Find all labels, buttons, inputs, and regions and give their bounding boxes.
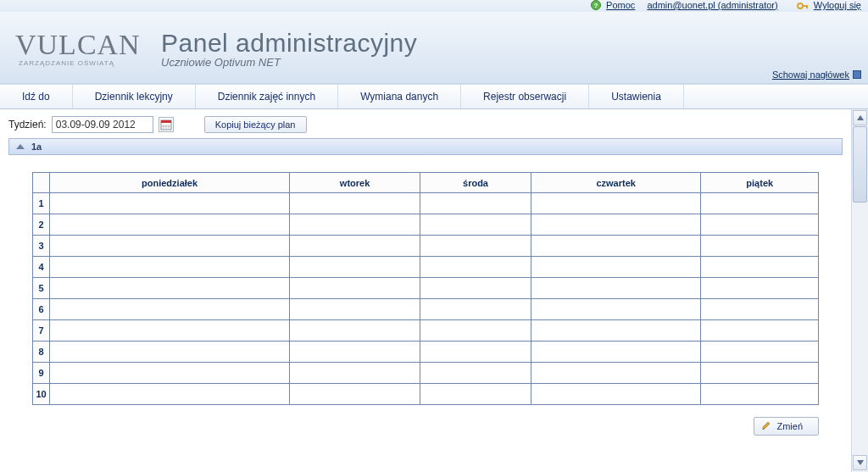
col-header-tue: wtorek bbox=[290, 173, 420, 193]
col-header-thu: czwartek bbox=[531, 173, 701, 193]
copy-plan-button[interactable]: Kopiuj bieżący plan bbox=[204, 116, 307, 133]
table-row: 9 bbox=[33, 363, 819, 384]
scroll-up-arrow-icon[interactable] bbox=[853, 110, 867, 125]
schedule-cell[interactable] bbox=[290, 299, 420, 320]
schedule-cell[interactable] bbox=[531, 214, 701, 236]
schedule-cell[interactable] bbox=[531, 193, 701, 214]
schedule-cell[interactable] bbox=[531, 363, 701, 384]
help-link[interactable]: Pomoc bbox=[606, 0, 635, 10]
schedule-cell[interactable] bbox=[531, 299, 701, 320]
menu-item-goto[interactable]: Idź do bbox=[0, 85, 73, 108]
schedule-cell[interactable] bbox=[701, 257, 819, 278]
schedule-cell[interactable] bbox=[420, 342, 531, 363]
week-input[interactable] bbox=[52, 116, 153, 133]
schedule-cell[interactable] bbox=[290, 257, 420, 278]
vertical-scrollbar[interactable] bbox=[851, 109, 868, 472]
header-banner: VULCAN ZARZĄDZANIE OŚWIATĄ Panel adminis… bbox=[0, 12, 868, 84]
schedule-cell[interactable] bbox=[290, 363, 420, 384]
menu-item-wymiana-danych[interactable]: Wymiana danych bbox=[338, 85, 461, 108]
row-number: 7 bbox=[33, 320, 50, 342]
schedule-cell[interactable] bbox=[701, 278, 819, 299]
row-number: 5 bbox=[33, 278, 50, 299]
schedule-cell[interactable] bbox=[50, 363, 290, 384]
menu-item-ustawienia[interactable]: Ustawienia bbox=[589, 85, 684, 108]
menu-item-dziennik-lekcyjny[interactable]: Dziennik lekcyjny bbox=[73, 85, 196, 108]
schedule-cell[interactable] bbox=[290, 342, 420, 363]
schedule-cell[interactable] bbox=[701, 363, 819, 384]
schedule-cell[interactable] bbox=[701, 299, 819, 320]
schedule-cell[interactable] bbox=[290, 320, 420, 342]
schedule-cell[interactable] bbox=[531, 278, 701, 299]
schedule-cell[interactable] bbox=[420, 257, 531, 278]
schedule-cell[interactable] bbox=[290, 214, 420, 236]
schedule-cell[interactable] bbox=[420, 384, 531, 405]
row-number: 3 bbox=[33, 236, 50, 257]
class-accordion-header[interactable]: 1a bbox=[8, 138, 843, 155]
schedule-cell[interactable] bbox=[420, 236, 531, 257]
schedule-cell[interactable] bbox=[290, 278, 420, 299]
col-header-fri: piątek bbox=[701, 173, 819, 193]
svg-text:?: ? bbox=[594, 2, 598, 9]
user-link[interactable]: admin@uonet.pl (administrator) bbox=[647, 0, 777, 10]
table-row: 5 bbox=[33, 278, 819, 299]
scroll-thumb[interactable] bbox=[853, 126, 867, 203]
schedule-cell[interactable] bbox=[701, 342, 819, 363]
change-button[interactable]: Zmień bbox=[754, 417, 819, 436]
svg-rect-4 bbox=[806, 5, 808, 8]
schedule-cell[interactable] bbox=[50, 278, 290, 299]
schedule-cell[interactable] bbox=[701, 236, 819, 257]
schedule-cell[interactable] bbox=[531, 342, 701, 363]
collapse-triangle-icon bbox=[16, 142, 25, 152]
table-row: 2 bbox=[33, 214, 819, 236]
schedule-cell[interactable] bbox=[50, 384, 290, 405]
schedule-cell[interactable] bbox=[420, 299, 531, 320]
svg-marker-11 bbox=[16, 144, 25, 149]
main-menu: Idź do Dziennik lekcyjny Dziennik zajęć … bbox=[0, 84, 868, 109]
schedule-cell[interactable] bbox=[531, 236, 701, 257]
schedule-cell[interactable] bbox=[50, 214, 290, 236]
schedule-cell[interactable] bbox=[50, 320, 290, 342]
hide-header-link[interactable]: Schowaj nagłówek bbox=[772, 69, 861, 80]
schedule-cell[interactable] bbox=[290, 384, 420, 405]
schedule-cell[interactable] bbox=[701, 214, 819, 236]
schedule-cell[interactable] bbox=[50, 236, 290, 257]
schedule-cell[interactable] bbox=[420, 363, 531, 384]
calendar-button[interactable] bbox=[159, 117, 174, 132]
col-header-wed: środa bbox=[420, 173, 531, 193]
menu-item-dziennik-innych[interactable]: Dziennik zajęć innych bbox=[196, 85, 338, 108]
schedule-cell[interactable] bbox=[420, 193, 531, 214]
schedule-cell[interactable] bbox=[420, 278, 531, 299]
schedule-cell[interactable] bbox=[701, 384, 819, 405]
schedule-cell[interactable] bbox=[531, 257, 701, 278]
schedule-cell[interactable] bbox=[50, 299, 290, 320]
table-row: 6 bbox=[33, 299, 819, 320]
schedule-cell[interactable] bbox=[701, 320, 819, 342]
week-label: Tydzień: bbox=[8, 119, 47, 130]
schedule-cell[interactable] bbox=[420, 214, 531, 236]
table-row: 1 bbox=[33, 193, 819, 214]
table-row: 10 bbox=[33, 384, 819, 405]
row-number: 6 bbox=[33, 299, 50, 320]
schedule-cell[interactable] bbox=[420, 320, 531, 342]
scroll-down-arrow-icon[interactable] bbox=[853, 455, 867, 470]
table-row: 3 bbox=[33, 236, 819, 257]
table-row: 4 bbox=[33, 257, 819, 278]
help-icon: ? bbox=[591, 0, 601, 12]
logo-text: VULCAN bbox=[15, 29, 161, 61]
change-button-label: Zmień bbox=[776, 421, 803, 431]
schedule-cell[interactable] bbox=[290, 193, 420, 214]
schedule-cell[interactable] bbox=[290, 236, 420, 257]
schedule-cell[interactable] bbox=[50, 342, 290, 363]
svg-marker-12 bbox=[763, 422, 770, 429]
schedule-cell[interactable] bbox=[50, 193, 290, 214]
schedule-cell[interactable] bbox=[531, 320, 701, 342]
row-number: 8 bbox=[33, 342, 50, 363]
col-header-mon: poniedziałek bbox=[50, 173, 290, 193]
collapse-icon bbox=[853, 70, 861, 79]
menu-item-rejestr-obserwacji[interactable]: Rejestr obserwacji bbox=[461, 85, 589, 108]
schedule-cell[interactable] bbox=[701, 193, 819, 214]
schedule-cell[interactable] bbox=[50, 257, 290, 278]
schedule-cell[interactable] bbox=[531, 384, 701, 405]
class-label: 1a bbox=[31, 142, 42, 152]
logout-link[interactable]: Wyloguj się bbox=[814, 0, 861, 10]
